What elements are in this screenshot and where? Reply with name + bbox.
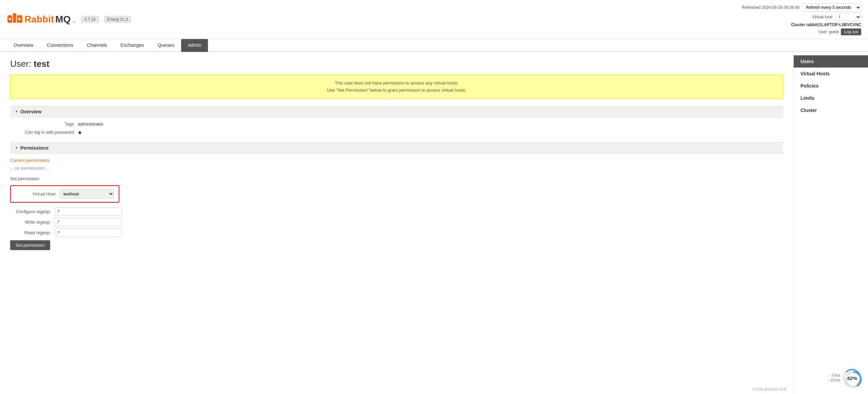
cluster-value: rabbit@LAPTOP-L0BVCVNC [806,22,861,27]
sidebar-item-policies[interactable]: Policies [794,80,868,92]
login-value: ● [78,129,82,135]
stats-numbers: ↑ 0 K/s ↓ 15 K/s [828,373,840,383]
tags-value: administrator [78,121,103,127]
nav: Overview Connections Channels Exchanges … [0,39,868,52]
nav-item-overview[interactable]: Overview [7,39,40,52]
vhost-label: Virtual host [812,15,832,19]
nav-item-queues[interactable]: Queues [151,39,181,52]
stats-up: ↑ 0 K/s [828,373,840,378]
set-permission-button[interactable]: Set permission [10,240,50,250]
content-wrapper: User: test This user does not have permi… [0,52,868,394]
write-input[interactable] [54,218,122,226]
write-label: Write regexp: [10,220,54,225]
stats-circle: 42% [843,369,861,387]
permissions-section-label: Permissions [20,145,49,151]
login-label: Can log in with password [17,130,78,135]
header: RabbitMQ™ 3.7.14 Erlang 21.3 Refreshed 2… [0,0,868,39]
svg-rect-2 [13,19,16,23]
write-row: Write regexp: [10,218,783,226]
watermark: CSDN @快键行天涯 [753,387,787,392]
configure-label: Configure regexp: [10,209,54,214]
set-permission-form: Virtual Host: testhost / [10,185,119,203]
sidebar-item-users[interactable]: Users [794,55,868,68]
page-title-value: test [34,59,49,69]
warning-line2: Use "Set Permission" below to grant perm… [17,87,776,94]
vhost-form-row: Virtual Host: testhost / [16,189,114,199]
rabbit-logo-icon [7,13,23,26]
sidebar-item-virtual-hosts[interactable]: Virtual Hosts [794,68,868,80]
configure-row: Configure regexp: [10,207,783,216]
nav-item-connections[interactable]: Connections [40,39,80,52]
overview-section-header[interactable]: ▼ Overview [10,106,783,117]
refresh-row: Refreshed 2024-06-26 09:36:49 Refresh ev… [742,3,861,12]
sidebar: Users Virtual Hosts Policies Limits Clus… [793,52,868,394]
logo: RabbitMQ™ [7,13,76,26]
version-badge: 3.7.14 [81,16,98,23]
read-input[interactable] [54,228,122,237]
brand-mq: MQ [55,14,71,25]
tags-label: Tags [17,121,78,127]
user-value: guest [829,30,839,34]
top-right-controls: Refreshed 2024-06-26 09:36:49 Refresh ev… [742,3,861,35]
sidebar-item-limits[interactable]: Limits [794,92,868,104]
cluster-row: Cluster rabbit@LAPTOP-L0BVCVNC [791,22,861,27]
brand-suffix: ™ [72,20,76,24]
sidebar-item-cluster[interactable]: Cluster [794,104,868,116]
main-content: User: test This user does not have permi… [0,52,793,394]
user-label: User [818,30,827,34]
nav-item-channels[interactable]: Channels [80,39,114,52]
permissions-section-header[interactable]: ▼ Permissions [10,142,783,154]
overview-section-label: Overview [20,109,41,114]
login-row: Can log in with password ● [17,129,783,135]
svg-rect-5 [18,18,20,20]
cluster-label: Cluster [791,22,805,27]
erlang-badge: Erlang 21.3 [104,16,131,23]
overview-arrow-icon: ▼ [15,110,18,113]
configure-input[interactable] [54,207,122,216]
no-permissions-text: ... no permissions ... [10,166,783,171]
permissions-arrow-icon: ▼ [15,146,18,150]
stats-widget: ↑ 0 K/s ↓ 15 K/s 42% [828,369,861,387]
vhost-form-select[interactable]: testhost / [60,189,114,199]
refresh-select[interactable]: Refresh every 5 seconds Refresh every 10… [802,3,861,12]
stats-percent: 42% [847,375,857,381]
svg-rect-4 [9,18,11,20]
current-permissions-label: Current permissions [10,158,783,163]
nav-item-exchanges[interactable]: Exchanges [114,39,151,52]
overview-table: Tags administrator Can log in with passw… [17,121,783,135]
refreshed-label: Refreshed 2024-06-26 09:36:49 [742,5,799,10]
user-row: User guest Log out [818,29,861,35]
vhost-row: Virtual host / testhost [812,13,861,21]
set-permission-label: Set permission [10,176,783,181]
logo-area: RabbitMQ™ 3.7.14 Erlang 21.3 [7,13,131,26]
nav-item-admin[interactable]: Admin [181,39,208,52]
warning-box: This user does not have permission to ac… [10,75,783,99]
vhost-form-label: Virtual Host: [16,191,60,196]
read-row: Read regexp: [10,228,783,237]
logout-button[interactable]: Log out [841,29,861,35]
tags-row: Tags administrator [17,121,783,127]
page-title: User: test [10,59,783,69]
warning-line1: This user does not have permission to ac… [17,80,776,87]
vhost-select[interactable]: / testhost [835,13,861,21]
page-title-prefix: User: [10,59,34,69]
brand-name: Rabbit [24,14,54,25]
read-label: Read regexp: [10,230,54,235]
svg-rect-1 [13,13,16,19]
stats-down: ↓ 15 K/s [828,378,840,383]
